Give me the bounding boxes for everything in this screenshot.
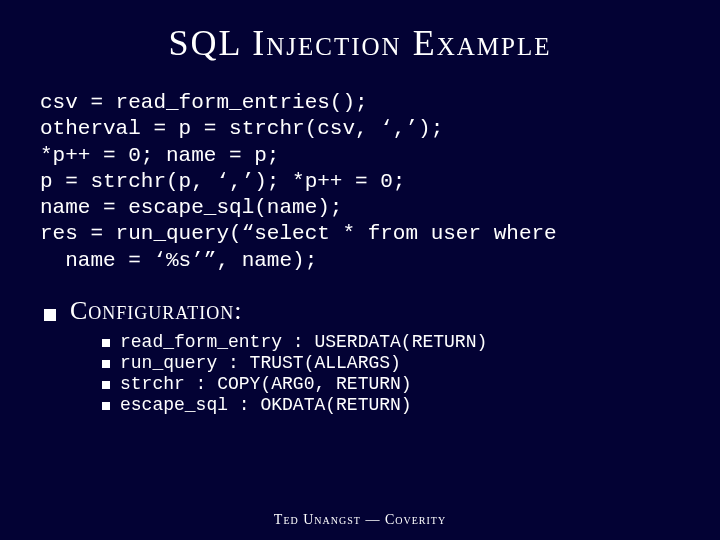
code-line: name = ‘%s’”, name); [40,249,317,272]
slide-title: SQL Injection Example [40,22,680,64]
bullet-small-icon [102,360,110,368]
code-line: otherval = p = strchr(csv, ‘,’); [40,117,443,140]
bullet-square-icon [44,309,56,321]
slide-footer: Ted Unangst — Coverity [0,512,720,528]
code-line: res = run_query(“select * from user wher… [40,222,557,245]
code-block: csv = read_form_entries(); otherval = p … [40,90,680,274]
list-item: strchr : COPY(ARG0, RETURN) [102,374,680,394]
config-item-text: read_form_entry : USERDATA(RETURN) [120,332,487,352]
list-item: run_query : TRUST(ALLARGS) [102,353,680,373]
code-line: p = strchr(p, ‘,’); *p++ = 0; [40,170,405,193]
config-label: Configuration: [70,296,243,326]
bullet-small-icon [102,381,110,389]
config-item-text: escape_sql : OKDATA(RETURN) [120,395,412,415]
bullet-small-icon [102,402,110,410]
slide: SQL Injection Example csv = read_form_en… [0,0,720,540]
code-line: name = escape_sql(name); [40,196,342,219]
config-item-text: strchr : COPY(ARG0, RETURN) [120,374,412,394]
config-list: read_form_entry : USERDATA(RETURN) run_q… [40,332,680,415]
code-line: *p++ = 0; name = p; [40,144,279,167]
config-section-header: Configuration: [40,296,680,326]
list-item: escape_sql : OKDATA(RETURN) [102,395,680,415]
code-line: csv = read_form_entries(); [40,91,368,114]
list-item: read_form_entry : USERDATA(RETURN) [102,332,680,352]
bullet-small-icon [102,339,110,347]
config-item-text: run_query : TRUST(ALLARGS) [120,353,401,373]
